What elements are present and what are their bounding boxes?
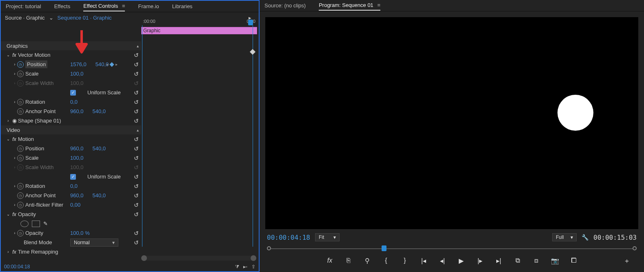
panel-menu-icon[interactable]: ≡ xyxy=(377,2,380,8)
stopwatch-icon[interactable]: ◷ xyxy=(17,155,24,161)
property-position[interactable]: › ◷ Position 1576,0 540,0 ◂ ▸ ↺ xyxy=(1,60,141,69)
reset-icon[interactable]: ↺ xyxy=(134,192,139,199)
property-motion-rotation[interactable]: › ◷ Rotation 0,0 ↺ xyxy=(1,181,141,191)
mask-rect-icon[interactable] xyxy=(32,221,40,227)
go-to-in-icon[interactable]: |◂ xyxy=(420,257,428,265)
tab-source[interactable]: Source: (no clips) xyxy=(264,1,306,10)
opacity-value[interactable]: 100,0 % xyxy=(70,230,90,236)
disclose-icon[interactable]: › xyxy=(6,250,11,254)
step-forward-icon[interactable]: |▸ xyxy=(476,257,484,265)
fx-icon[interactable]: fx xyxy=(11,52,18,58)
anchor-y-value[interactable]: 540,0 xyxy=(93,192,106,198)
tab-frameio[interactable]: Frame.io xyxy=(138,2,159,11)
fx-icon[interactable]: fx xyxy=(11,212,18,217)
mask-ellipse-icon[interactable] xyxy=(20,221,29,227)
comparison-view-icon[interactable]: ⧠ xyxy=(570,257,578,265)
out-point-handle[interactable] xyxy=(633,246,637,250)
property-antiflicker[interactable]: › ◷ Anti-flicker Filter 0,00 ↺ xyxy=(1,200,141,210)
disclose-icon[interactable]: › xyxy=(12,231,17,235)
property-motion-scale[interactable]: › ◷ Scale 100,0 ↺ xyxy=(1,153,141,163)
reset-icon[interactable]: ↺ xyxy=(134,211,139,218)
stopwatch-icon[interactable]: ◷ xyxy=(17,183,24,190)
bracket-out-icon[interactable]: } xyxy=(401,257,409,265)
reset-icon[interactable]: ↺ xyxy=(134,71,139,77)
next-keyframe-icon[interactable]: ▸ xyxy=(115,62,118,67)
lift-icon[interactable]: ⧉ xyxy=(513,257,522,265)
breadcrumb-source[interactable]: Source · Graphic xyxy=(5,15,45,21)
rotation-value[interactable]: 0,0 xyxy=(70,183,78,189)
reset-icon[interactable]: ↺ xyxy=(134,145,139,152)
scale-value[interactable]: 100,0 xyxy=(70,71,84,77)
effect-motion[interactable]: ⌄ fx Motion ↺ xyxy=(1,134,141,144)
stopwatch-icon[interactable]: ◷ xyxy=(17,145,24,152)
playhead-icon[interactable] xyxy=(248,20,253,25)
scrubber-track[interactable] xyxy=(271,248,633,249)
disclose-icon[interactable]: ⌄ xyxy=(6,137,11,141)
stopwatch-icon[interactable]: ◷ xyxy=(17,61,24,68)
uniform-scale-checkbox[interactable]: ✓ xyxy=(70,174,76,180)
reset-icon[interactable]: ↺ xyxy=(134,202,139,208)
position-y-value[interactable]: 540,0 xyxy=(93,145,106,152)
property-blend-mode[interactable]: › Blend Mode Normal ↺ xyxy=(1,238,141,247)
marker-icon[interactable]: ⚲ xyxy=(363,257,371,265)
section-collapse-icon[interactable]: ▴ xyxy=(137,128,139,132)
add-keyframe-icon[interactable] xyxy=(109,62,114,67)
disclose-icon[interactable]: › xyxy=(12,100,17,104)
antiflicker-value[interactable]: 0,00 xyxy=(70,202,80,208)
quality-select[interactable]: Full▾ xyxy=(552,233,577,241)
reset-icon[interactable]: ↺ xyxy=(134,108,139,115)
reset-icon[interactable]: ↺ xyxy=(134,230,139,236)
stopwatch-icon[interactable]: ◷ xyxy=(17,99,24,105)
property-rotation[interactable]: › ◷ Rotation 0,0 ↺ xyxy=(1,97,141,107)
keyframe-marker-icon[interactable] xyxy=(250,49,255,55)
reset-icon[interactable]: ↺ xyxy=(134,155,139,161)
mask-pen-icon[interactable]: ✎ xyxy=(43,221,48,227)
blend-mode-select[interactable]: Normal xyxy=(70,239,118,247)
reset-icon[interactable]: ↺ xyxy=(134,118,139,124)
disclose-icon[interactable]: › xyxy=(6,118,11,123)
section-graphics[interactable]: Graphics ▴ xyxy=(1,41,141,50)
mark-in-icon[interactable]: ⎘ xyxy=(344,257,353,265)
time-ruler[interactable]: :00:00 00:0 xyxy=(141,19,257,27)
fx-icon[interactable]: fx xyxy=(11,136,18,142)
fx-icon[interactable]: fx xyxy=(11,249,18,255)
uniform-scale-checkbox[interactable]: ✓ xyxy=(70,90,76,96)
disclose-icon[interactable]: ⌄ xyxy=(6,53,11,57)
position-x-value[interactable]: 960,0 xyxy=(70,145,84,152)
total-timecode[interactable]: 00:00:15:03 xyxy=(593,234,637,241)
settings-icon[interactable]: 🔧 xyxy=(582,234,588,241)
scrubber[interactable] xyxy=(267,245,637,252)
effect-opacity[interactable]: ⌄ fx Opacity ↺ xyxy=(1,210,141,219)
zoom-handle-left[interactable] xyxy=(141,255,147,261)
filter-icon[interactable]: ⧩ xyxy=(235,264,239,270)
tab-effect-controls[interactable]: Effect Controls ≡ xyxy=(83,1,125,11)
scrubber-playhead[interactable] xyxy=(382,245,386,251)
reset-icon[interactable]: ↺ xyxy=(134,89,139,96)
property-scale[interactable]: › ◷ Scale 100,0 ↺ xyxy=(1,69,141,78)
stopwatch-icon[interactable]: ◷ xyxy=(17,202,24,208)
disclose-icon[interactable]: › xyxy=(12,156,17,160)
zoom-handle-right[interactable] xyxy=(251,255,256,261)
reset-icon[interactable]: ↺ xyxy=(134,183,139,190)
disclose-icon[interactable]: ⌄ xyxy=(6,212,11,216)
prev-keyframe-icon[interactable]: ◂ xyxy=(106,62,108,67)
reset-icon[interactable]: ↺ xyxy=(134,52,139,58)
fx-icon[interactable]: fx xyxy=(326,257,334,265)
rotation-value[interactable]: 0,0 xyxy=(70,99,78,105)
reset-icon[interactable]: ↺ xyxy=(134,239,139,246)
reset-icon[interactable]: ↺ xyxy=(134,99,139,105)
disclose-icon[interactable]: › xyxy=(12,71,17,76)
anchor-x-value[interactable]: 960,0 xyxy=(70,192,84,198)
go-to-out-icon[interactable]: ▸| xyxy=(495,257,503,265)
disclose-icon[interactable]: › xyxy=(12,184,17,188)
timeline-zoom-bar[interactable] xyxy=(141,256,256,261)
chevron-down-icon[interactable]: ⌄ xyxy=(47,15,55,21)
effect-vector-motion[interactable]: ⌄ fx Vector Motion ↺ xyxy=(1,50,141,60)
preview-canvas[interactable] xyxy=(265,17,638,229)
keyframe-nav[interactable]: ◂ ▸ xyxy=(106,62,118,67)
section-collapse-icon[interactable]: ▴ xyxy=(137,44,139,48)
stopwatch-icon[interactable]: ◷ xyxy=(17,230,24,236)
export-frame-icon[interactable]: 📷 xyxy=(551,257,559,265)
stopwatch-icon[interactable]: ◷ xyxy=(17,108,24,115)
reset-icon[interactable]: ↺ xyxy=(134,174,139,180)
